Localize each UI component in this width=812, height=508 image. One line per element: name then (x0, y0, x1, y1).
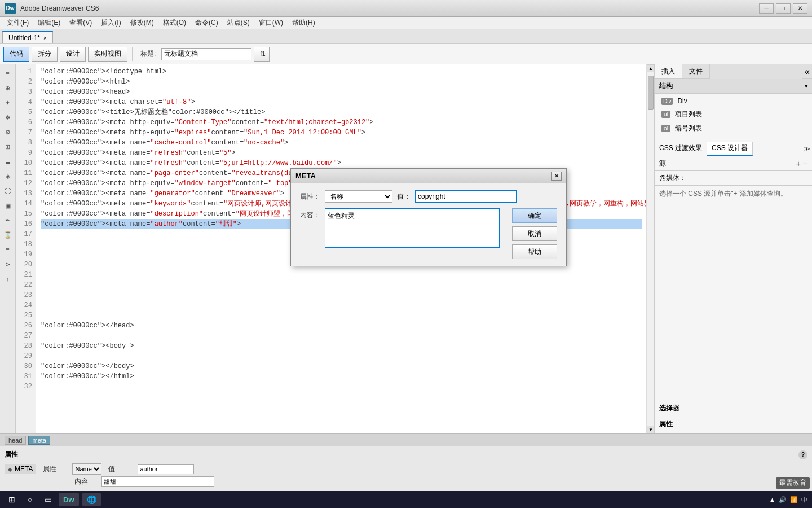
struct-items: Div Div ul 项目列表 ol 编号列表 (655, 94, 812, 137)
code-line[interactable] (41, 310, 642, 321)
code-line[interactable] (41, 270, 642, 280)
sidebar-icon-7[interactable]: ≣ (1, 155, 15, 168)
sidebar-icon-6[interactable]: ⊞ (1, 140, 15, 154)
code-line[interactable]: "color:#0000cc"><body > (41, 341, 642, 351)
code-line[interactable]: "color:#0000cc"><meta http-equiv="expire… (41, 128, 642, 138)
maximize-button[interactable]: □ (776, 3, 791, 14)
menu-site[interactable]: 站点(S) (223, 17, 254, 29)
css-designer-tab[interactable]: CSS 设计器 (707, 142, 753, 156)
right-panel-collapse[interactable]: « (802, 64, 812, 78)
taskbar-app-dw[interactable]: Dw (59, 493, 79, 506)
minimize-button[interactable]: ─ (759, 3, 774, 14)
close-button[interactable]: ✕ (793, 3, 807, 14)
code-line[interactable]: "color:#0000cc"><head> (41, 87, 642, 97)
sidebar-icon-15[interactable]: ↑ (1, 272, 15, 286)
sidebar-icon-2[interactable]: ⊕ (1, 81, 15, 95)
sidebar-icon-11[interactable]: ✒ (1, 213, 15, 227)
title-bar-controls[interactable]: ─ □ ✕ (759, 3, 807, 14)
breadcrumb-meta[interactable]: meta (28, 436, 50, 445)
sidebar-icon-14[interactable]: ⊳ (1, 257, 15, 271)
prop-value-field[interactable] (138, 464, 194, 474)
selector-header: 选择器 (659, 402, 807, 414)
modal-value-input[interactable] (415, 190, 517, 203)
code-line[interactable]: "color:#0000cc"><meta charset="utf-8"> (41, 97, 642, 107)
menu-view[interactable]: 查看(V) (65, 17, 96, 29)
document-tab[interactable]: Untitled-1* × (2, 31, 53, 43)
sidebar-icon-4[interactable]: ❖ (1, 111, 15, 124)
prop-attr-dropdown[interactable]: Name (72, 463, 102, 475)
sidebar-icon-12[interactable]: ⌛ (1, 228, 15, 242)
code-line[interactable]: "color:#0000cc"></head> (41, 321, 642, 331)
modal-attr-select[interactable]: 名称 (325, 190, 392, 203)
refresh-button[interactable]: ⇅ (254, 47, 270, 62)
menu-command[interactable]: 命令(C) (191, 17, 223, 29)
modal-cancel-button[interactable]: 取消 (512, 226, 557, 241)
title-label: 标题: (137, 49, 159, 59)
sidebar-icon-3[interactable]: ✦ (1, 96, 15, 110)
sidebar-icon-9[interactable]: ⛶ (1, 184, 15, 198)
modal-help-button[interactable]: 帮助 (512, 244, 557, 259)
struct-item-div[interactable]: Div Div (659, 96, 807, 106)
scroll-up-arrow[interactable]: ▲ (647, 64, 654, 72)
css-add-icon[interactable]: + (796, 159, 801, 168)
sidebar-icon-1[interactable]: ≡ (1, 67, 15, 80)
code-line[interactable] (41, 300, 642, 310)
menu-modify[interactable]: 修改(M) (126, 17, 158, 29)
code-view-button[interactable]: 代码 (3, 47, 29, 62)
menu-file[interactable]: 文件(F) (2, 17, 33, 29)
vertical-scrollbar[interactable]: ▲ ▼ (646, 64, 654, 433)
css-remove-icon[interactable]: − (803, 159, 807, 168)
struct-item-ol[interactable]: ol 编号列表 (659, 122, 807, 134)
modal-content-textarea[interactable]: 蓝色精灵 (325, 208, 500, 248)
sidebar-icon-10[interactable]: ▣ (1, 199, 15, 212)
code-line[interactable] (41, 331, 642, 341)
code-line[interactable] (41, 280, 642, 290)
title-bar-left: Dw Adobe Dreamweaver CS6 (5, 3, 99, 14)
menu-format[interactable]: 格式(O) (158, 17, 191, 29)
menu-help[interactable]: 帮助(H) (288, 17, 320, 29)
sidebar-icon-8[interactable]: ◈ (1, 169, 15, 183)
split-view-button[interactable]: 拆分 (32, 47, 58, 62)
code-line[interactable] (41, 351, 642, 361)
modal-close-button[interactable]: ✕ (551, 172, 562, 181)
prop-content-field[interactable] (102, 476, 214, 487)
code-line[interactable]: "color:#0000cc"></html> (41, 371, 642, 382)
css-transition-tab[interactable]: CSS 过渡效果 (655, 142, 707, 156)
tab-close-icon[interactable]: × (43, 35, 47, 41)
modal-confirm-button[interactable]: 确定 (512, 208, 557, 223)
right-tab-insert[interactable]: 插入 (655, 64, 682, 78)
css-panel-expand[interactable]: ≫ (802, 142, 812, 156)
scroll-down-arrow[interactable]: ▼ (647, 426, 654, 433)
meta-dialog[interactable]: META ✕ 属性： 名称 值： 内容： 蓝色精灵 确定 取消 帮 (290, 168, 567, 266)
code-line[interactable]: "color:#0000cc"><html> (41, 77, 642, 87)
line-number: 17 (16, 229, 36, 239)
taskbar-task-view[interactable]: ▭ (41, 493, 55, 506)
sidebar-icon-13[interactable]: ≡ (1, 243, 15, 256)
right-tab-file[interactable]: 文件 (682, 64, 710, 78)
scroll-thumb[interactable] (648, 76, 654, 110)
sidebar-icon-5[interactable]: ⚙ (1, 125, 15, 139)
taskbar-search[interactable]: ○ (23, 493, 37, 506)
struct-item-ul[interactable]: ul 项目列表 (659, 108, 807, 120)
code-line[interactable]: "color:#0000cc"><meta name="refresh" con… (41, 148, 642, 158)
struct-arrow[interactable]: ▾ (805, 83, 807, 89)
code-line[interactable]: "color:#0000cc"><meta name="refresh" con… (41, 158, 642, 168)
code-line[interactable]: "color:#0000cc"><meta http-equiv="Conten… (41, 117, 642, 128)
properties-help-icon[interactable]: ? (798, 450, 807, 459)
taskbar-start[interactable]: ⊞ (5, 493, 19, 506)
menu-window[interactable]: 窗口(W) (254, 17, 288, 29)
code-line[interactable] (41, 382, 642, 392)
taskbar-app-chrome[interactable]: 🌐 (82, 493, 101, 506)
menu-edit[interactable]: 编辑(E) (33, 17, 65, 29)
breadcrumb-head[interactable]: head (5, 436, 26, 445)
code-line[interactable] (41, 290, 642, 300)
design-view-button[interactable]: 设计 (60, 47, 86, 62)
code-line[interactable]: "color:#0000cc"><meta name="cache-contro… (41, 138, 642, 148)
dw-app-icon: Dw (63, 496, 74, 504)
code-line[interactable]: "color:#0000cc"></body> (41, 361, 642, 371)
live-view-button[interactable]: 实时视图 (88, 47, 127, 62)
code-line[interactable]: "color:#0000cc"><title>无标题文档"color:#0000… (41, 107, 642, 117)
page-title-input[interactable] (161, 48, 251, 60)
menu-insert[interactable]: 插入(I) (96, 17, 125, 29)
code-line[interactable]: "color:#0000cc"><!doctype html> (41, 67, 642, 77)
